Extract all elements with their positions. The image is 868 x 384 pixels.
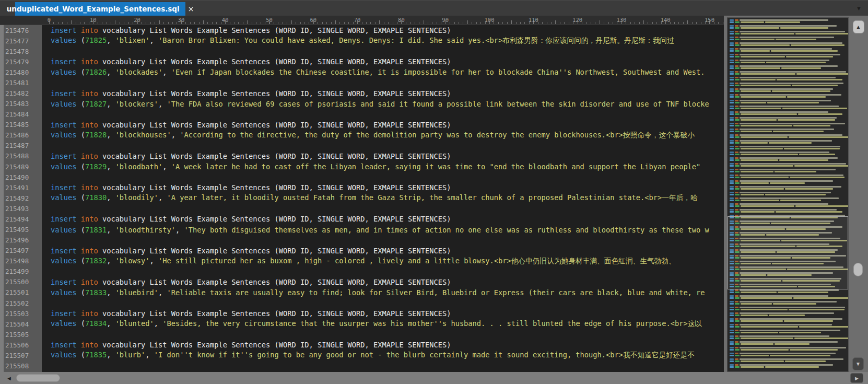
right-panel: ▲ ▼ bbox=[724, 16, 868, 372]
horizontal-scrollbar[interactable]: ◄ ► bbox=[0, 372, 868, 384]
scroll-up-button[interactable]: ▲ bbox=[853, 20, 864, 33]
tab-list-dropdown-icon[interactable]: ▼ bbox=[856, 5, 862, 11]
code-line[interactable]: 215495values (71831, 'bloodthirsty', 'Th… bbox=[0, 224, 724, 235]
line-number: 215501 bbox=[0, 288, 42, 296]
line-number: 215507 bbox=[0, 352, 42, 359]
code-line[interactable]: 215506insert into vocabulary_List_Words_… bbox=[0, 340, 724, 350]
vertical-scrollbar[interactable]: ▲ ▼ bbox=[849, 17, 868, 372]
minimap-line-group bbox=[728, 295, 848, 299]
line-number: 215476 bbox=[0, 27, 42, 34]
code-text: values (71830, 'bloodily', 'A year later… bbox=[42, 193, 724, 203]
code-text: insert into vocabulary_List_Words_Exampl… bbox=[42, 121, 724, 129]
line-number: 215506 bbox=[0, 341, 42, 349]
code-line[interactable]: 215477values (71825, 'blixen', 'Baron Br… bbox=[0, 36, 724, 46]
line-number: 215499 bbox=[0, 267, 42, 275]
line-number: 215505 bbox=[0, 331, 42, 339]
scroll-down-button[interactable]: ▼ bbox=[852, 357, 864, 370]
ruler-label: 110 bbox=[529, 17, 538, 23]
line-number: 215490 bbox=[0, 173, 42, 181]
code-line[interactable]: 215490 bbox=[0, 172, 724, 182]
vertical-scrollbar-thumb[interactable] bbox=[853, 263, 863, 276]
ruler-label: 70 bbox=[354, 17, 361, 23]
code-line[interactable]: 215483values (71827, 'blockers', 'The FD… bbox=[0, 99, 724, 109]
main-area: 0102030405060708090100110120130140150 21… bbox=[0, 16, 868, 372]
minimap-line-group bbox=[728, 209, 848, 213]
code-text: insert into vocabulary_List_Words_Exampl… bbox=[42, 278, 724, 286]
minimap-line-group bbox=[728, 88, 848, 92]
minimap-line-group bbox=[728, 330, 848, 333]
minimap-line-group bbox=[728, 77, 848, 80]
minimap-line-group bbox=[728, 94, 848, 98]
minimap-line-group bbox=[728, 42, 848, 46]
code-line[interactable]: 215476insert into vocabulary_List_Words_… bbox=[0, 25, 724, 36]
code-line[interactable]: 215492values (71830, 'bloodily', 'A year… bbox=[0, 193, 724, 203]
code-line[interactable]: 215502 bbox=[0, 298, 724, 308]
code-text: values (71828, 'blockhouses', 'According… bbox=[42, 131, 724, 140]
code-line[interactable]: 215487 bbox=[0, 141, 724, 151]
horizontal-scrollbar-thumb[interactable] bbox=[16, 374, 60, 382]
ruler-label: 100 bbox=[485, 17, 495, 23]
code-text: insert into vocabulary_List_Words_Exampl… bbox=[42, 26, 724, 34]
minimap-line-group bbox=[728, 353, 848, 356]
tab-title: unduplicated_Word_Example_Sentences.sql bbox=[7, 5, 180, 13]
minimap-line-group bbox=[728, 289, 848, 293]
code-line[interactable]: 215496 bbox=[0, 235, 724, 246]
line-number: 215497 bbox=[0, 247, 42, 254]
ruler-label: 50 bbox=[266, 17, 273, 23]
code-line[interactable]: 215479insert into vocabulary_List_Words_… bbox=[0, 56, 724, 67]
code-text: values (71827, 'blockers', 'The FDA also… bbox=[42, 100, 724, 108]
line-number: 215489 bbox=[0, 163, 42, 171]
ruler-label: 60 bbox=[310, 17, 316, 23]
editor-window: unduplicated_Word_Example_Sentences.sql … bbox=[0, 0, 868, 384]
scroll-left-button[interactable]: ◄ bbox=[6, 375, 12, 381]
code-text: values (71834, 'blunted', 'Besides, the … bbox=[42, 319, 724, 329]
code-text: values (71825, 'blixen', 'Baron Bror Bli… bbox=[42, 36, 724, 45]
minimap-line-group bbox=[728, 324, 848, 328]
code-line[interactable]: 215478 bbox=[0, 46, 724, 56]
line-number: 215500 bbox=[0, 278, 42, 286]
code-line[interactable]: 215484 bbox=[0, 109, 724, 120]
column-ruler: 0102030405060708090100110120130140150 bbox=[0, 16, 724, 25]
scroll-right-button[interactable]: ► bbox=[850, 373, 863, 383]
line-number: 215484 bbox=[0, 110, 42, 118]
line-number: 215482 bbox=[0, 89, 42, 97]
line-number: 215498 bbox=[0, 257, 42, 265]
code-line[interactable]: 215480values (71826, 'blockades', 'Even … bbox=[0, 67, 724, 77]
tab-close-icon[interactable]: × bbox=[188, 5, 194, 13]
minimap-viewport[interactable] bbox=[728, 216, 848, 289]
code-line[interactable]: 215486values (71828, 'blockhouses', 'Acc… bbox=[0, 130, 724, 141]
code-line[interactable]: 215503insert into vocabulary_List_Words_… bbox=[0, 308, 724, 319]
code-line[interactable]: 215482insert into vocabulary_List_Words_… bbox=[0, 88, 724, 98]
ruler-label: 90 bbox=[442, 17, 449, 23]
line-number: 215481 bbox=[0, 79, 42, 87]
code-line[interactable]: 215507values (71835, 'blurb', 'I don''t … bbox=[0, 350, 724, 360]
ruler-label: 120 bbox=[572, 17, 582, 23]
code-line[interactable]: 215501values (71833, 'bluebird', 'Reliab… bbox=[0, 287, 724, 298]
code-line[interactable]: 215499 bbox=[0, 266, 724, 277]
minimap-line-group bbox=[728, 65, 848, 69]
code-line[interactable]: 215489values (71829, 'bloodbath', 'A wee… bbox=[0, 161, 724, 172]
code-line[interactable]: 215508 bbox=[0, 361, 724, 371]
code-line[interactable]: 215493 bbox=[0, 203, 724, 214]
code-line[interactable]: 215494insert into vocabulary_List_Words_… bbox=[0, 214, 724, 224]
minimap-line-group bbox=[728, 186, 848, 190]
line-number: 215477 bbox=[0, 37, 42, 45]
minimap-line-group bbox=[728, 174, 848, 178]
code-editor[interactable]: 215476insert into vocabulary_List_Words_… bbox=[0, 25, 724, 372]
code-line[interactable]: 215497insert into vocabulary_List_Words_… bbox=[0, 246, 724, 256]
minimap-line-group bbox=[728, 106, 848, 109]
ruler-label: 80 bbox=[398, 17, 405, 23]
code-line[interactable]: 215491insert into vocabulary_List_Words_… bbox=[0, 182, 724, 193]
ruler-label: 0 bbox=[48, 17, 51, 23]
code-line[interactable]: 215485insert into vocabulary_List_Words_… bbox=[0, 120, 724, 130]
code-line[interactable]: 215498values (71832, 'blowsy', 'He still… bbox=[0, 256, 724, 266]
code-line[interactable]: 215481 bbox=[0, 77, 724, 88]
code-text: values (71835, 'blurb', 'I don''t know i… bbox=[42, 351, 724, 360]
code-line[interactable]: 215505 bbox=[0, 329, 724, 340]
code-line[interactable]: 215488insert into vocabulary_List_Words_… bbox=[0, 151, 724, 161]
minimap-line-group bbox=[728, 358, 848, 362]
minimap[interactable] bbox=[727, 17, 849, 372]
tab-active-sql-file[interactable]: unduplicated_Word_Example_Sentences.sql … bbox=[15, 2, 185, 16]
code-line[interactable]: 215504values (71834, 'blunted', 'Besides… bbox=[0, 319, 724, 329]
code-line[interactable]: 215500insert into vocabulary_List_Words_… bbox=[0, 277, 724, 287]
